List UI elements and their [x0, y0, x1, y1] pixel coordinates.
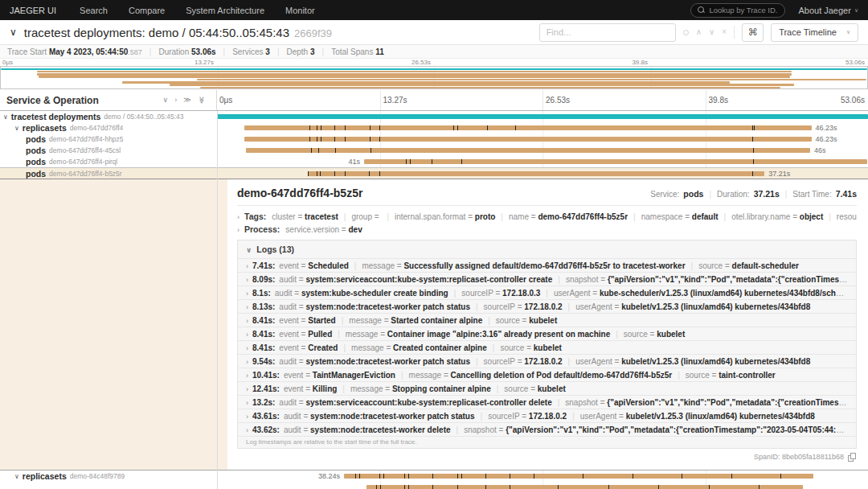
span-log-tick [752, 171, 753, 176]
trace-minimap[interactable]: 0μs13.27s26.53s39.8s53.06s [0, 59, 868, 90]
trace-rows-viewport[interactable]: ∨tracetest deploymentsdemo / 05:44:50..0… [0, 111, 868, 489]
span-bar[interactable] [344, 474, 813, 479]
span-log-tick [754, 125, 755, 130]
span-row[interactable] [0, 482, 868, 489]
log-entry[interactable]: ›10.41s:event = TaintManagerEviction|mes… [238, 368, 856, 381]
prev-result-icon[interactable]: ∧ [696, 28, 702, 36]
log-entry[interactable]: ›8.13s:audit = system:node:tracetest-wor… [238, 299, 856, 313]
kv-value: Created container alpine [393, 343, 487, 352]
log-entry[interactable]: ›8.41s:event = Pulled|message = Containe… [238, 327, 856, 340]
nav-item-monitor[interactable]: Monitor [275, 0, 326, 20]
chevron-right-icon: › [246, 262, 248, 270]
kv-value: tracetest [305, 212, 338, 221]
span-row-name-cell[interactable] [0, 482, 217, 489]
log-timestamp: 8.41s: [252, 316, 275, 325]
span-bar[interactable] [244, 137, 812, 142]
span-bar-cell[interactable]: 46s [217, 145, 868, 156]
log-entry[interactable]: ›8.09s:audit = system:serviceaccount:kub… [238, 272, 856, 286]
span-row[interactable]: ∨replicasetsdemo-647dd76ff446.23s [0, 122, 868, 134]
minimap-span-bar [197, 79, 866, 81]
span-row[interactable]: podsdemo-647dd76ff4-b5z5r37.21s [0, 167, 868, 179]
expand-one-icon[interactable]: › [174, 97, 177, 104]
span-log-tick [410, 159, 411, 164]
span-row-name-cell[interactable]: podsdemo-647dd76ff4-b5z5r [0, 168, 217, 179]
process-accordion[interactable]: ›Process:service.version = dev [237, 223, 857, 236]
span-log-tick [432, 159, 432, 164]
kv-key: sourceIP [488, 412, 519, 421]
span-bar[interactable] [308, 171, 764, 176]
nav-item-system-architecture[interactable]: System Architecture [175, 0, 275, 20]
span-bar-cell[interactable]: 41s [217, 156, 868, 167]
span-bar[interactable] [246, 148, 810, 153]
clear-find-icon[interactable]: × [722, 28, 727, 36]
span-bar-cell[interactable]: 38.24s [217, 471, 868, 482]
span-bar-cell[interactable] [217, 482, 868, 489]
span-row-name-cell[interactable]: podsdemo-647dd76ff4-hhpz5 [0, 134, 217, 145]
detail-meta-label: Start Time: [792, 190, 831, 199]
span-row-name-cell[interactable]: podsdemo-647dd76ff4-45csl [0, 145, 217, 156]
trace-lookup-input[interactable] [709, 6, 778, 14]
span-row[interactable]: podsdemo-647dd76ff4-pirql41s [0, 156, 868, 167]
log-entry[interactable]: ›43.62s:audit = system:node:tracetest-wo… [238, 422, 856, 436]
kv-divider: | [476, 302, 478, 311]
log-entry[interactable]: ›13.2s:audit = system:serviceaccount:kub… [238, 395, 856, 409]
collapse-one-icon[interactable]: ∨ [163, 97, 169, 104]
span-bar[interactable] [244, 125, 812, 130]
span-id: SpanID: 8beb05fa18811b68 [237, 449, 857, 461]
minimap-canvas[interactable] [0, 66, 868, 89]
span-row-name-cell[interactable]: ∨replicasetsdemo-84c48f9789 [0, 471, 217, 482]
span-bar[interactable] [217, 114, 868, 119]
span-row[interactable]: ∨replicasetsdemo-84c48f978938.24s [0, 471, 868, 482]
span-row-name-cell[interactable]: ∨tracetest deploymentsdemo / 05:44:50..0… [0, 111, 217, 122]
collapse-all-icon[interactable]: ≫ [183, 97, 190, 104]
log-entry[interactable]: ›8.1s:audit = system:kube-scheduler crea… [238, 286, 856, 299]
collapse-chevron-icon[interactable]: ∨ [14, 125, 19, 132]
nav-item-search[interactable]: Search [69, 0, 118, 20]
keyboard-shortcuts-button[interactable]: ⌘ [742, 23, 764, 42]
kv-value: Created [308, 343, 338, 352]
span-detail-row: demo-647dd76ff4-b5z5r Service: pods|Dura… [0, 179, 868, 471]
span-row-name-cell[interactable]: ∨replicasetsdemo-647dd76ff4 [0, 122, 217, 134]
trace-lookup[interactable] [690, 3, 785, 18]
next-result-icon[interactable]: ∨ [709, 28, 714, 36]
log-entry[interactable]: ›12.41s:event = Killing|message = Stoppi… [238, 381, 856, 395]
tags-accordion[interactable]: ›Tags:cluster = tracetest|group = |inter… [237, 210, 857, 223]
log-entry[interactable]: ›9.54s:audit = system:node:tracetest-wor… [238, 354, 856, 368]
kv-equals: = [299, 261, 308, 270]
span-bar-cell[interactable]: 37.21s [217, 168, 868, 179]
log-entry[interactable]: ›8.41s:event = Started|message = Started… [238, 313, 856, 327]
chevron-right-icon: › [246, 317, 248, 325]
span-bar-cell[interactable] [217, 111, 868, 122]
trace-title: tracetest deployments: demo / 05:44:50..… [24, 26, 332, 39]
trace-view-select[interactable]: Trace Timeline ∨ [771, 23, 858, 42]
span-row[interactable]: ∨tracetest deploymentsdemo / 05:44:50..0… [0, 111, 868, 122]
match-count-icon [683, 30, 689, 35]
kv-equals: = [299, 343, 308, 352]
log-entry[interactable]: ›8.41s:event = Created|message = Created… [238, 340, 856, 354]
span-bar-cell[interactable]: 46.23s [217, 122, 868, 134]
log-entry[interactable]: ›43.61s:audit = system:node:tracetest-wo… [238, 409, 856, 422]
span-log-tick [558, 485, 559, 489]
column-resizer[interactable] [217, 111, 218, 489]
span-log-tick [334, 137, 335, 142]
span-row[interactable]: podsdemo-647dd76ff4-45csl46s [0, 145, 868, 156]
app-logo[interactable]: JAEGER UI [0, 6, 69, 15]
span-row[interactable]: podsdemo-647dd76ff4-hhpz546.23s [0, 134, 868, 145]
log-entry[interactable]: ›7.41s:event = Scheduled|message = Succe… [238, 258, 856, 272]
logs-accordion[interactable]: ∨Logs (13) [238, 240, 856, 258]
nav-item-compare[interactable]: Compare [118, 0, 175, 20]
log-timestamp: 8.09s: [252, 275, 275, 284]
span-bar[interactable] [364, 159, 867, 164]
collapse-chevron-icon[interactable]: ∨ [3, 113, 8, 121]
about-jaeger-menu[interactable]: About Jaeger ∨ [798, 6, 858, 15]
kv-equals: = [524, 343, 533, 352]
expand-all-icon[interactable]: ≫ [198, 97, 205, 104]
find-input[interactable] [539, 23, 676, 42]
ruler-tick-label: 26.53s [411, 59, 431, 66]
tags-pairs: cluster = tracetest|group = |internal.sp… [272, 212, 857, 221]
copy-icon[interactable] [848, 453, 855, 461]
span-bar-cell[interactable]: 46.23s [217, 134, 868, 145]
span-row-name-cell[interactable]: podsdemo-647dd76ff4-pirql [0, 156, 217, 167]
collapse-trace-header-icon[interactable]: ∨ [10, 27, 17, 38]
collapse-chevron-icon[interactable]: ∨ [14, 473, 19, 480]
